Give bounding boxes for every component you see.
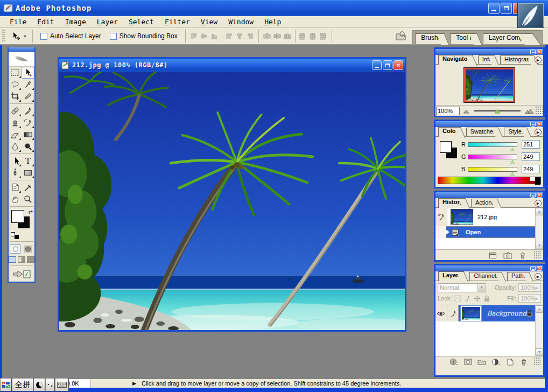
panel-minimize-button[interactable] [530, 193, 536, 198]
black-swatch[interactable] [535, 177, 540, 185]
distribute-vertical-centers-button[interactable] [273, 32, 282, 40]
distribute-bottom-edges-button[interactable] [283, 32, 292, 40]
panel-close-button[interactable]: ✕ [537, 122, 542, 127]
ime-punctuation-toggle[interactable]: ·, [45, 378, 55, 391]
file-browser-button[interactable] [394, 30, 408, 43]
tab-swatches[interactable]: Swatches [466, 128, 497, 136]
foreground-color-swatch[interactable] [11, 210, 24, 223]
panel-close-button[interactable]: ✕ [537, 266, 542, 271]
delete-layer-button[interactable] [519, 358, 529, 366]
tab-histogram[interactable]: Histogram [500, 55, 532, 64]
panel-menu-button[interactable]: ▶ [535, 273, 542, 280]
tool-path-selection[interactable] [9, 155, 22, 167]
menu-view[interactable]: View [195, 17, 223, 27]
panel-close-button[interactable]: ✕ [537, 50, 542, 54]
menu-select[interactable]: Select [123, 17, 159, 27]
new-group-button[interactable] [477, 358, 487, 366]
fill-field[interactable]: 100% ▸ [518, 294, 541, 303]
tool-preset-picker[interactable]: ▼ [8, 30, 29, 42]
fullscreen-with-menu-button[interactable] [18, 256, 25, 263]
panel-menu-button[interactable]: ▶ [535, 200, 542, 207]
history-state-slider-column[interactable] [435, 226, 446, 238]
menu-file[interactable]: File [4, 17, 32, 27]
lock-image-button[interactable] [463, 295, 471, 302]
green-slider[interactable] [468, 155, 517, 159]
menu-layer[interactable]: Layer [92, 17, 123, 27]
distribute-left-edges-button[interactable] [298, 32, 307, 40]
tool-hand[interactable] [9, 193, 22, 205]
layer-row-background[interactable]: Background [435, 305, 543, 321]
ime-fullwidth-toggle[interactable] [33, 378, 45, 391]
tool-crop[interactable] [9, 90, 22, 102]
quick-mask-mode-button[interactable] [22, 244, 33, 254]
distribute-horizontal-centers-button[interactable] [308, 32, 318, 40]
ime-mode-button[interactable]: 全拼 [12, 378, 33, 391]
restore-button[interactable] [501, 3, 512, 14]
add-layer-mask-button[interactable] [463, 358, 473, 366]
color-spectrum-ramp[interactable] [438, 177, 541, 184]
fullscreen-mode-button[interactable] [27, 256, 34, 263]
panel-menu-button[interactable]: ▶ [535, 129, 542, 136]
panel-menu-button[interactable]: ▶ [535, 57, 542, 64]
tool-blur[interactable] [9, 141, 22, 152]
tab-navigator[interactable]: Navigator [438, 55, 471, 65]
navigator-zoom-input[interactable] [436, 107, 460, 115]
layers-panel-titlebar[interactable]: ✕ [435, 265, 543, 271]
status-menu-arrow-icon[interactable]: ▶ [132, 381, 136, 386]
new-document-from-state-button[interactable] [488, 251, 497, 259]
scroll-down-button[interactable]: ▼ [536, 348, 543, 356]
red-slider[interactable] [468, 142, 517, 147]
opacity-field[interactable]: 100% ▸ [518, 283, 541, 292]
lock-all-button[interactable] [483, 295, 490, 302]
history-scrollbar[interactable]: ▲ ▼ [535, 208, 543, 249]
tool-notes[interactable] [9, 181, 22, 193]
tab-actions[interactable]: Actions [471, 199, 496, 207]
layers-scrollbar[interactable]: ▲ ▼ [535, 305, 543, 356]
panel-resize-grip[interactable] [536, 107, 543, 115]
checkbox-box[interactable] [110, 33, 117, 40]
layer-style-button[interactable]: f [449, 358, 459, 366]
color-panel-titlebar[interactable]: ✕ [435, 121, 543, 127]
standard-mode-button[interactable] [10, 244, 21, 254]
history-snapshot-row[interactable]: 212.jpg [435, 208, 543, 226]
zoom-in-button[interactable] [523, 106, 535, 116]
checkbox-box[interactable] [40, 33, 47, 40]
zoom-slider-thumb[interactable] [495, 109, 500, 114]
scroll-down-button[interactable]: ▼ [536, 242, 543, 249]
palette-well-tab-brushes[interactable]: Brushe [415, 33, 442, 44]
panel-minimize-button[interactable] [530, 122, 536, 127]
align-right-edges-button[interactable] [245, 32, 255, 40]
blue-slider[interactable] [468, 167, 517, 172]
history-state-open[interactable]: Open [435, 226, 543, 238]
tab-history[interactable]: History [438, 198, 464, 208]
distribute-right-edges-button[interactable] [319, 32, 328, 40]
align-top-edges-button[interactable] [189, 32, 199, 40]
blue-value-input[interactable] [522, 165, 540, 173]
navigator-zoom-slider[interactable] [472, 106, 523, 116]
tool-lasso[interactable] [9, 79, 22, 90]
panel-minimize-button[interactable] [530, 266, 536, 271]
red-slider-thumb[interactable] [510, 148, 515, 151]
tab-layers[interactable]: Layers [438, 271, 462, 281]
align-horizontal-centers-button[interactable] [235, 32, 244, 40]
jump-to-imageready-button[interactable] [12, 269, 31, 279]
tab-channels[interactable]: Channels [469, 272, 500, 281]
tool-shape-rectangle[interactable] [22, 167, 34, 179]
red-value-input[interactable] [522, 140, 540, 149]
options-grip[interactable] [2, 30, 5, 43]
minimize-button[interactable] [488, 3, 500, 14]
tool-zoom[interactable] [22, 193, 34, 205]
tool-history-brush[interactable] [22, 117, 34, 129]
show-bounding-box-checkbox[interactable]: Show Bounding Box [110, 32, 178, 40]
history-brush-source-well[interactable] [435, 208, 447, 226]
tab-info[interactable]: Info [478, 55, 493, 64]
scroll-up-button[interactable]: ▲ [536, 305, 543, 313]
tool-eraser[interactable] [9, 129, 22, 141]
layer-visibility-toggle[interactable] [435, 305, 447, 321]
new-adjustment-layer-button[interactable] [491, 358, 501, 366]
standard-screen-mode-button[interactable] [9, 256, 16, 263]
new-layer-button[interactable] [505, 358, 515, 366]
tool-dodge[interactable] [22, 141, 34, 152]
tab-styles[interactable]: Styles [504, 128, 525, 136]
menu-window[interactable]: Window [223, 17, 259, 27]
